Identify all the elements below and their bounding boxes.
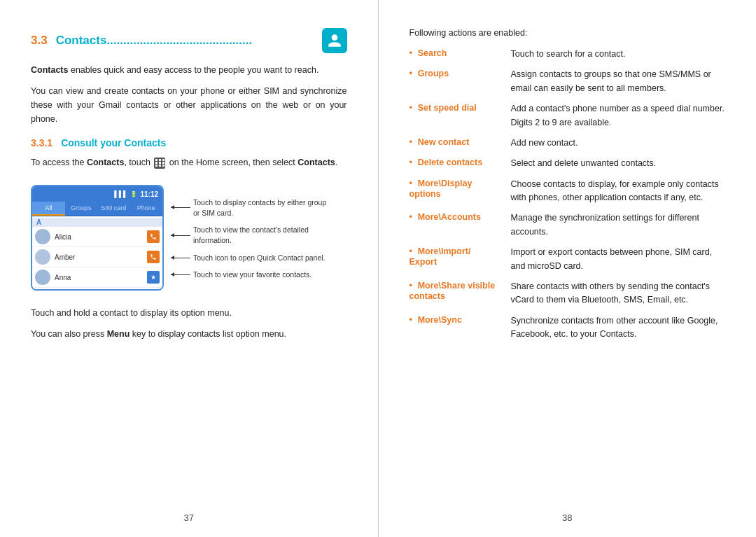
avatar-amber	[35, 249, 50, 265]
contact-name-anna: Anna	[55, 274, 146, 281]
intro-paragraph-1: Contacts enables quick and easy access t…	[31, 63, 347, 77]
bottom-text-2: You can also press Menu key to display c…	[31, 327, 347, 341]
bullet-share: •	[410, 280, 413, 291]
battery-icon: 🔋	[130, 191, 137, 197]
contact-name-alicia: Alicia	[55, 233, 146, 241]
action-desc-groups: Assign contacts to groups so that one SM…	[511, 68, 726, 95]
signal-icon: ▌▌▌	[114, 190, 127, 197]
manual-page: 3.3 Contacts............................…	[0, 0, 756, 537]
bullet-import: •	[410, 246, 413, 256]
phone-screenshot: ▌▌▌ 🔋 11:12 All Groups SIM card Phone A …	[31, 185, 164, 291]
callout-4: Touch to view your favorite contacts.	[171, 270, 326, 280]
action-term-search: • Search	[410, 48, 511, 61]
action-desc-delete: Select and delete unwanted contacts.	[511, 157, 726, 170]
callout-1: Touch to display contacts by either grou…	[171, 197, 326, 218]
bullet-groups: •	[410, 68, 413, 78]
bullet-delete: •	[410, 157, 413, 167]
action-term-sync: • More\Sync	[410, 314, 511, 342]
tab-all: All	[32, 202, 65, 216]
intro-paragraph-2: You can view and create contacts on your…	[31, 84, 347, 126]
access-text: To access the Contacts, touch on the Hom…	[31, 155, 347, 169]
action-term-groups: • Groups	[410, 68, 511, 95]
bottom-text-1: Touch and hold a contact to display its …	[31, 306, 347, 320]
contact-list: A Alicia Amber	[32, 216, 162, 289]
action-desc-speeddial: Add a contact's phone number as a speed …	[511, 102, 726, 130]
action-term-share: • More\Share visiblecontacts	[410, 280, 511, 307]
action-item-sync: • More\Sync Synchronize contacts from ot…	[410, 314, 726, 342]
phone-top-bar: ▌▌▌ 🔋 11:12	[32, 186, 162, 202]
bullet-sync: •	[410, 314, 413, 325]
action-term-delete: • Delete contacts	[410, 157, 511, 170]
screenshot-area: ▌▌▌ 🔋 11:12 All Groups SIM card Phone A …	[31, 176, 347, 299]
callout-text-4: Touch to view your favorite contacts.	[193, 270, 312, 280]
section-title: Contacts................................…	[56, 34, 316, 48]
contact-action-alicia	[147, 230, 160, 243]
callouts: Touch to display contacts by either grou…	[171, 176, 326, 280]
subsection-number: 3.3.1	[31, 137, 52, 148]
action-item-delete: • Delete contacts Select and delete unwa…	[410, 157, 726, 170]
callout-3: Touch icon to open Quick Contact panel.	[171, 253, 326, 263]
action-item-accounts: • More\Accounts Manage the synchronizati…	[410, 211, 726, 239]
contact-letter-a: A	[32, 218, 162, 227]
action-desc-search: Touch to search for a contact.	[511, 48, 726, 61]
section-number: 3.3	[31, 34, 48, 48]
action-item-import: • More\Import/Export Import or export co…	[410, 246, 726, 273]
action-term-accounts: • More\Accounts	[410, 211, 511, 239]
action-item-share: • More\Share visiblecontacts Share conta…	[410, 280, 726, 307]
action-term-display: • More\Displayoptions	[410, 178, 511, 205]
action-desc-import: Import or export contacts between phone,…	[511, 246, 726, 273]
left-page: 3.3 Contacts............................…	[0, 0, 379, 537]
subsection-heading: 3.3.1 Consult your Contacts	[31, 137, 347, 148]
action-term-import: • More\Import/Export	[410, 246, 511, 273]
contact-row-amber: Amber	[32, 247, 162, 267]
callout-text-2: Touch to view the contact's detailedinfo…	[193, 225, 309, 245]
phone-time: 11:12	[140, 190, 158, 198]
avatar-alicia	[35, 229, 50, 244]
action-term-newcontact: • New contact	[410, 137, 511, 150]
action-item-newcontact: • New contact Add new contact.	[410, 137, 726, 150]
subsection-title: Consult your Contacts	[61, 137, 166, 148]
bullet-accounts: •	[410, 211, 413, 222]
callout-text-1: Touch to display contacts by either grou…	[193, 197, 326, 218]
bullet-speeddial: •	[410, 102, 413, 113]
right-intro: Following actions are enabled:	[410, 28, 726, 38]
tab-simcard: SIM card	[97, 202, 130, 216]
bullet-newcontact: •	[410, 137, 413, 147]
contact-star-anna: ★	[147, 271, 160, 284]
contact-action-amber	[147, 251, 160, 263]
action-list: • Search Touch to search for a contact. …	[410, 48, 726, 341]
action-desc-accounts: Manage the synchronization settings for …	[511, 211, 726, 239]
section-heading: 3.3 Contacts............................…	[31, 28, 347, 53]
contact-name-amber: Amber	[55, 253, 146, 261]
action-item-display: • More\Displayoptions Choose contacts to…	[410, 178, 726, 205]
tab-phone: Phone	[130, 202, 163, 216]
right-page: Following actions are enabled: • Search …	[379, 0, 757, 537]
bullet-search: •	[410, 48, 413, 58]
contact-row-anna: Anna ★	[32, 267, 162, 288]
action-desc-display: Choose contacts to display, for example …	[511, 178, 726, 205]
tab-bar: All Groups SIM card Phone	[32, 202, 162, 216]
action-desc-sync: Synchronize contacts from other account …	[511, 314, 726, 342]
contacts-icon	[322, 28, 347, 53]
callout-2: Touch to view the contact's detailedinfo…	[171, 225, 326, 245]
action-term-speeddial: • Set speed dial	[410, 102, 511, 130]
page-number-left: 37	[184, 512, 194, 523]
callout-text-3: Touch icon to open Quick Contact panel.	[193, 253, 326, 263]
action-desc-newcontact: Add new contact.	[511, 137, 726, 150]
avatar-anna	[35, 270, 50, 285]
action-item-speeddial: • Set speed dial Add a contact's phone n…	[410, 102, 726, 130]
action-desc-share: Share contacts with others by sending th…	[511, 280, 726, 307]
bullet-display: •	[410, 178, 413, 188]
contact-row-alicia: Alicia	[32, 227, 162, 247]
tab-groups: Groups	[65, 202, 98, 216]
page-number-right: 38	[562, 512, 572, 523]
action-item-search: • Search Touch to search for a contact.	[410, 48, 726, 61]
action-item-groups: • Groups Assign contacts to groups so th…	[410, 68, 726, 95]
